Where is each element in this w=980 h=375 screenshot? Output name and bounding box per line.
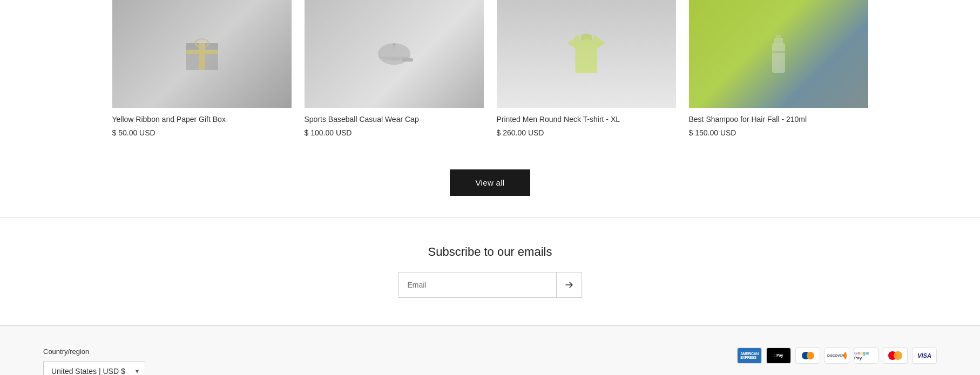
email-input[interactable] — [399, 272, 556, 297]
product-card: Best Shampoo for Hair Fall - 210ml $ 150… — [689, 0, 868, 137]
visa-label: VISA — [917, 352, 931, 359]
shampoo-icon — [768, 32, 789, 76]
svg-rect-11 — [774, 38, 783, 44]
product-image-gift-box[interactable] — [112, 0, 292, 108]
product-name: Sports Baseball Casual Wear Cap — [305, 114, 484, 125]
tshirt-icon — [567, 32, 605, 76]
country-region-section: Country/region United States | USD $ ▾ — [43, 347, 145, 375]
discover-text: DISCOVER — [827, 354, 844, 357]
product-name: Best Shampoo for Hair Fall - 210ml — [689, 114, 868, 125]
country-label: Country/region — [43, 347, 145, 356]
product-image-shampoo[interactable] — [689, 0, 868, 108]
view-all-section: View all — [0, 159, 980, 217]
payment-icon-google-pay: Google Pay — [854, 347, 878, 364]
payment-icon-visa: VISA — [912, 347, 937, 364]
payment-icon-mastercard — [883, 347, 908, 364]
amex-label: AMERICANEXPRESS — [740, 352, 759, 359]
product-grid: Yellow Ribbon and Paper Gift Box $ 50.00… — [112, 0, 868, 137]
product-image-tshirt[interactable] — [497, 0, 676, 108]
payment-icon-amex: AMERICANEXPRESS — [737, 347, 762, 364]
footer-top: Country/region United States | USD $ ▾ A… — [43, 347, 937, 375]
product-price: $ 150.00 USD — [689, 128, 868, 137]
payment-icon-apple-pay:  Pay — [766, 347, 791, 364]
product-price: $ 100.00 USD — [305, 128, 484, 137]
country-select[interactable]: United States | USD $ — [43, 361, 145, 375]
baseball-cap-icon — [373, 38, 416, 70]
product-price: $ 260.00 USD — [497, 128, 676, 137]
arrow-right-icon — [564, 280, 574, 290]
discover-dot — [844, 352, 847, 359]
mastercard-inner — [883, 348, 907, 363]
product-price: $ 50.00 USD — [112, 128, 292, 137]
product-name: Yellow Ribbon and Paper Gift Box — [112, 114, 292, 125]
discover-inner: DISCOVER — [825, 348, 849, 363]
payment-icons: AMERICANEXPRESS  Pay DISCOVER — [737, 347, 937, 364]
product-name: Printed Men Round Neck T-shirt - XL — [497, 114, 676, 125]
products-section: Yellow Ribbon and Paper Gift Box $ 50.00… — [0, 0, 980, 159]
diners-circle-right — [807, 352, 814, 359]
country-select-wrapper: United States | USD $ ▾ — [43, 361, 145, 375]
payment-icon-discover: DISCOVER — [824, 347, 849, 364]
gift-box-icon — [180, 32, 224, 76]
email-submit-button[interactable] — [556, 272, 582, 297]
payment-icon-diners — [795, 347, 820, 364]
apple-pay-label:  Pay — [774, 353, 783, 357]
email-input-wrapper — [398, 272, 582, 298]
google-pay-label: Google Pay — [854, 351, 878, 360]
product-card: Sports Baseball Casual Wear Cap $ 100.00… — [305, 0, 484, 137]
diners-circles — [802, 352, 814, 359]
svg-rect-10 — [772, 43, 785, 73]
subscribe-form — [22, 272, 958, 298]
view-all-button[interactable]: View all — [450, 169, 531, 196]
product-card: Yellow Ribbon and Paper Gift Box $ 50.00… — [112, 0, 292, 137]
mc-circle-orange — [894, 351, 902, 360]
subscribe-title: Subscribe to our emails — [22, 245, 958, 259]
product-image-baseball-cap[interactable] — [305, 0, 484, 108]
subscribe-section: Subscribe to our emails — [0, 218, 980, 325]
product-card: Printed Men Round Neck T-shirt - XL $ 26… — [497, 0, 676, 137]
svg-rect-12 — [776, 35, 781, 38]
svg-rect-6 — [402, 58, 413, 62]
svg-rect-13 — [772, 51, 785, 53]
footer: Country/region United States | USD $ ▾ A… — [0, 325, 980, 375]
svg-rect-3 — [186, 50, 218, 54]
